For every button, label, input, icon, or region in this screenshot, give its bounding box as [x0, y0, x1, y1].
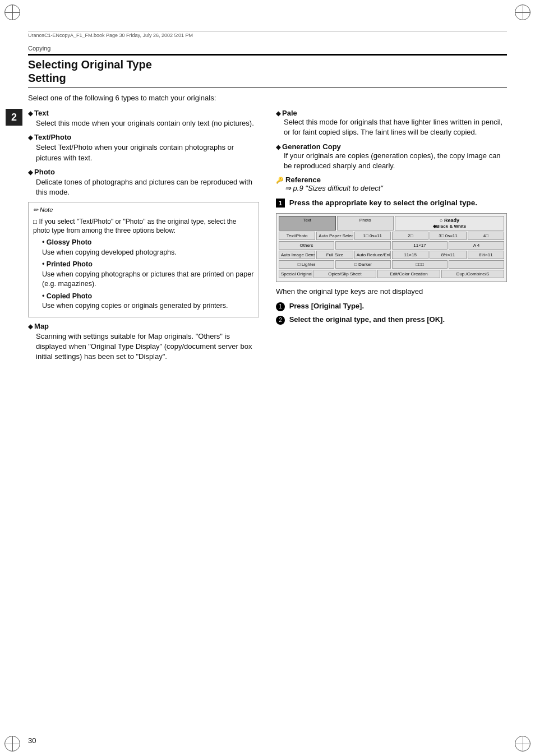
bullet-body-map: Scanning with settings suitable for Map … — [28, 331, 259, 362]
screen-empty — [335, 241, 391, 250]
screen-row-4: Auto Image Density Full Size Auto Reduce… — [279, 251, 504, 259]
sub-step-2-num: 2 — [276, 316, 285, 325]
screen-row-6: Special Original Opies/Slip Sheet Edit/C… — [279, 270, 504, 278]
step1-text: Press the appropriate key to select the … — [289, 199, 477, 207]
screen-lighter: □ Lighter — [279, 260, 334, 269]
screen-empty2 — [449, 260, 504, 269]
screen-special: Special Original — [279, 270, 312, 278]
screen-autopaper: Auto Paper Select▶ — [316, 232, 353, 240]
right-column: Pale Select this mode for originals that… — [276, 109, 507, 366]
section-label: Copying — [28, 45, 507, 52]
section-heading: Selecting Original Type Setting — [28, 54, 507, 87]
screen-11x15: 11×15 — [392, 251, 428, 259]
screen-row-2: Text/Photo Auto Paper Select▶ 1□ 0s=11 2… — [279, 232, 504, 240]
printed-photo-body: Use when copying photographs or pictures… — [42, 270, 253, 288]
step1: 1 Press the appropriate key to select th… — [276, 198, 507, 209]
sub-step-2-text: Select the original type, and then press… — [289, 315, 445, 324]
step1-number: 1 — [276, 199, 285, 208]
bullet-item-text-photo: Text/Photo Select Text/Photo when your o… — [28, 133, 259, 163]
screen-row-3: Others 11×17 A 4 — [279, 241, 504, 250]
diamond-item-pale: Pale Select this mode for originals that… — [276, 109, 507, 137]
diamond-title-generation-copy: Generation Copy — [276, 142, 507, 151]
page-number: 30 — [28, 736, 36, 745]
screen-copies-slip: Opies/Slip Sheet — [313, 270, 376, 278]
bullet-item-map: Map Scanning with settings suitable for … — [28, 322, 259, 362]
diamond-item-generation-copy: Generation Copy If your originals are co… — [276, 142, 507, 171]
screen-ready: ○ Ready◆Black & White — [395, 216, 504, 231]
section-intro: Select one of the following 6 types to m… — [28, 93, 507, 103]
screen-edit-color: Edit/Color Creation — [377, 270, 440, 278]
corner-crosshair-bl — [4, 736, 20, 752]
screen-tab-text: Text — [279, 216, 336, 231]
diamond-title-pale: Pale — [276, 109, 507, 117]
screen-size1: 1□ 0s=11 — [354, 232, 391, 240]
note-item-0: If you select "Text/Photo" or "Photo" as… — [33, 217, 254, 236]
sub-step-1: 1 Press [Original Type]. — [276, 301, 507, 311]
sub-bullet-copied: Copied Photo Use when copying copies or … — [42, 292, 254, 311]
corner-crosshair-tl — [4, 4, 20, 20]
bullet-body-text-photo: Select Text/Photo when your originals co… — [28, 142, 259, 163]
screen-fullsize: Full Size — [316, 251, 353, 259]
screen-size3: 3□ 0s=11 — [430, 232, 466, 240]
heading-line2: Setting — [28, 72, 66, 84]
left-column-inner: 2 Text Select this mode when your origin… — [28, 109, 259, 362]
diamond-body-generation-copy: If your originals are copies (generation… — [276, 151, 507, 171]
glossy-photo-label: Glossy Photo — [47, 238, 92, 246]
screen-a4: A 4 — [449, 241, 504, 250]
screen-size4: 4□ — [468, 232, 504, 240]
sub-bullets: Glossy Photo Use when copying developed … — [42, 238, 254, 311]
corner-crosshair-br — [515, 736, 531, 752]
bullet-title-text-photo: Text/Photo — [28, 133, 259, 141]
screen-icons: □□□ — [392, 260, 448, 269]
corner-crosshair-tr — [515, 4, 531, 20]
chapter-badge: 2 — [6, 109, 22, 126]
bullet-body-text: Select this mode when your originals con… — [28, 118, 259, 128]
screen-11x17: 11×17 — [392, 241, 448, 250]
screen-mockup: Text Photo ○ Ready◆Black & White Text/Ph… — [276, 213, 507, 282]
screen-textphoto: Text/Photo — [279, 232, 315, 240]
bullet-body-photo: Delicate tones of photographs and pictur… — [28, 177, 259, 197]
screen-row-tabs: Text Photo ○ Ready◆Black & White — [279, 216, 504, 231]
bullet-title-map: Map — [28, 322, 259, 330]
screen-others: Others — [279, 241, 334, 250]
copied-photo-label: Copied Photo — [47, 292, 92, 300]
sub-step-1-num: 1 — [276, 302, 285, 311]
columns: 2 Text Select this mode when your origin… — [28, 109, 507, 366]
screen-8x11b: 8½×11 — [468, 251, 504, 259]
sub-bullet-glossy: Glossy Photo Use when copying developed … — [42, 238, 254, 257]
reference-body: ⇒ p.9 "Sizes difficult to detect" — [276, 184, 507, 192]
copied-photo-body: Use when copying copies or originals gen… — [42, 302, 228, 310]
bullet-item-photo: Photo Delicate tones of photographs and … — [28, 168, 259, 197]
when-text: When the original type keys are not disp… — [276, 287, 507, 297]
reference-box: Reference ⇒ p.9 "Sizes difficult to dete… — [276, 176, 507, 192]
sub-step-2: 2 Select the original type, and then pre… — [276, 315, 507, 325]
note-title: Note — [33, 206, 254, 214]
page-content: Copying Selecting Original Type Setting … — [28, 45, 507, 722]
sub-step-1-text: Press [Original Type]. — [289, 302, 364, 310]
heading-line1: Selecting Original Type — [28, 58, 152, 71]
glossy-photo-body: Use when copying developed photographs. — [42, 248, 177, 256]
left-column: 2 Text Select this mode when your origin… — [28, 109, 259, 366]
meta-line: UranosC1-ENcopyA_F1_FM.book Page 30 Frid… — [28, 31, 507, 38]
printed-photo-label: Printed Photo — [47, 260, 93, 268]
screen-auto-density: Auto Image Density — [279, 251, 315, 259]
bullet-title-text: Text — [28, 109, 259, 117]
note-box: Note If you select "Text/Photo" or "Phot… — [28, 202, 259, 317]
screen-tab-photo: Photo — [337, 216, 394, 231]
file-meta: UranosC1-ENcopyA_F1_FM.book Page 30 Frid… — [28, 33, 193, 38]
reference-title: Reference — [276, 176, 507, 184]
bullet-title-photo: Photo — [28, 168, 259, 176]
screen-autoreducenlarge: Auto Reduce/Enlarge — [354, 251, 391, 259]
bullet-item-text: Text Select this mode when your original… — [28, 109, 259, 128]
screen-size2: 2□ — [392, 232, 428, 240]
screen-row-5: □ Lighter □ Darker □□□ — [279, 260, 504, 269]
screen-dup-combine: Dup./Combine/S — [441, 270, 504, 278]
screen-8x11a: 8½×11 — [430, 251, 466, 259]
diamond-body-pale: Select this mode for originals that have… — [276, 117, 507, 137]
screen-darker: □ Darker — [335, 260, 391, 269]
sub-bullet-printed: Printed Photo Use when copying photograp… — [42, 260, 254, 289]
